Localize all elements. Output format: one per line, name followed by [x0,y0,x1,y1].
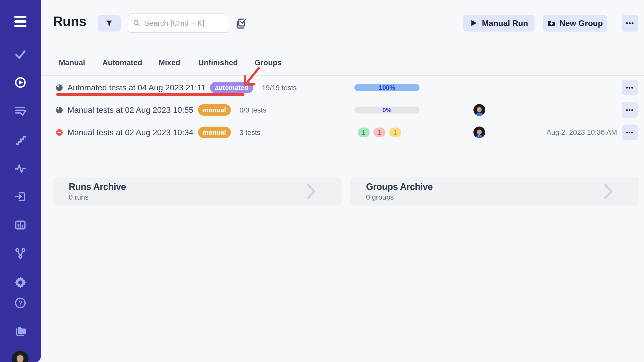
tab-groups[interactable]: Groups [255,57,282,69]
run-status-pie-icon [56,84,63,91]
list-check-icon [14,105,26,117]
run-tests-count: 3 tests [240,128,260,136]
sidebar-item-requirements[interactable] [14,190,27,203]
run-status-stopped-icon [56,129,63,136]
progress-bar: 0% [354,107,419,114]
folder-plus-icon [547,19,555,27]
groups-archive-count: 0 groups [366,193,394,201]
sidebar-item-settings[interactable] [14,275,27,289]
chevron-right-icon [603,183,613,200]
run-title[interactable]: Manual tests at 02 Aug 2023 10:55 [67,105,193,115]
groups-archive-title: Groups Archive [366,182,433,192]
tab-unfinished[interactable]: Unfinished [198,57,238,69]
sidebar-item-activity[interactable] [14,162,27,175]
sidebar-item-test-cases[interactable] [14,48,27,61]
sidebar-item-test-plans[interactable] [14,104,27,118]
tab-manual[interactable]: Manual [59,57,85,69]
run-type-badge: automated [210,82,253,93]
sidebar-item-milestones[interactable] [14,133,27,147]
skipped-count-pill: 1 [389,128,401,137]
run-row-automated: Automated tests at 04 Aug 2023 21:11 aut… [41,78,644,97]
search-input[interactable] [144,19,224,27]
run-type-badge: manual [198,127,231,138]
chevron-right-icon [306,183,316,200]
steps-icon [14,134,26,146]
assignee-avatar-photo-icon [473,127,485,138]
manual-run-label: Manual Run [482,19,528,28]
run-title[interactable]: Automated tests at 04 Aug 2023 21:11 [67,83,205,92]
header-more-button[interactable]: ••• [622,15,638,32]
run-more-button[interactable]: ••• [622,80,638,95]
tab-mixed[interactable]: Mixed [159,57,180,69]
assignee-avatar [473,127,485,138]
filter-button[interactable] [98,15,121,32]
run-tests-count: 19/19 tests [262,83,297,92]
tab-automated[interactable]: Automated [102,57,142,69]
sign-in-icon [14,190,26,203]
run-more-button[interactable]: ••• [622,124,638,140]
bulk-select-button[interactable] [234,16,248,31]
play-icon [470,19,478,27]
run-more-button[interactable]: ••• [622,102,638,118]
git-branch-icon [14,247,26,259]
runs-tabs: Manual Automated Mixed Unfinished Groups [0,57,644,69]
page-title: Runs [53,13,86,29]
progress-bar: 100% [354,84,419,91]
check-icon [14,48,26,61]
sidebar-item-reports[interactable] [14,218,27,232]
runs-archive-card[interactable]: Runs Archive 0 runs [53,177,342,205]
sidebar-item-runs[interactable] [14,76,27,89]
sidebar-item-help[interactable]: ? [14,296,27,310]
help-circle-icon: ? [14,297,26,309]
run-row-manual-1055: Manual tests at 02 Aug 2023 10:55 manual… [41,100,644,120]
sidebar-item-projects[interactable] [14,324,27,337]
assignee-avatar [473,104,485,116]
activity-icon [14,162,26,175]
sidebar-item-integrations[interactable] [14,247,27,260]
new-group-label: New Group [559,19,603,28]
failed-count-pill: 1 [373,128,385,137]
run-tests-count: 0/3 tests [240,106,267,114]
folder-icon [14,324,26,337]
run-timestamp: Aug 2, 2023 10:36 AM [547,128,617,136]
run-type-badge: manual [198,104,231,116]
gear-icon [14,276,26,288]
bulk-select-icon [234,17,247,30]
search-box [128,13,229,33]
user-avatar[interactable] [12,351,29,362]
runs-archive-title: Runs Archive [69,182,126,192]
play-circle-icon [14,76,26,89]
filter-funnel-icon [105,20,113,27]
manual-run-button[interactable]: Manual Run [463,15,535,32]
run-row-manual-1034: Manual tests at 02 Aug 2023 10:34 manual… [41,123,644,142]
search-icon [133,19,141,27]
bar-chart-icon [14,219,26,231]
tabs-divider [41,75,644,76]
new-group-button[interactable]: New Group [543,15,607,32]
assignee-avatar-photo-icon [473,104,485,116]
run-title[interactable]: Manual tests at 02 Aug 2023 10:34 [67,128,193,137]
sidebar: ? [0,0,41,362]
passed-count-pill: 1 [358,128,370,137]
hamburger-menu-icon[interactable] [14,16,26,27]
user-avatar-photo-icon [12,351,29,362]
groups-archive-card[interactable]: Groups Archive 0 groups [350,177,639,205]
svg-text:?: ? [18,299,23,307]
result-counts: 1 1 1 [358,128,401,137]
runs-archive-count: 0 runs [69,193,89,201]
run-status-pie-icon [56,106,63,114]
